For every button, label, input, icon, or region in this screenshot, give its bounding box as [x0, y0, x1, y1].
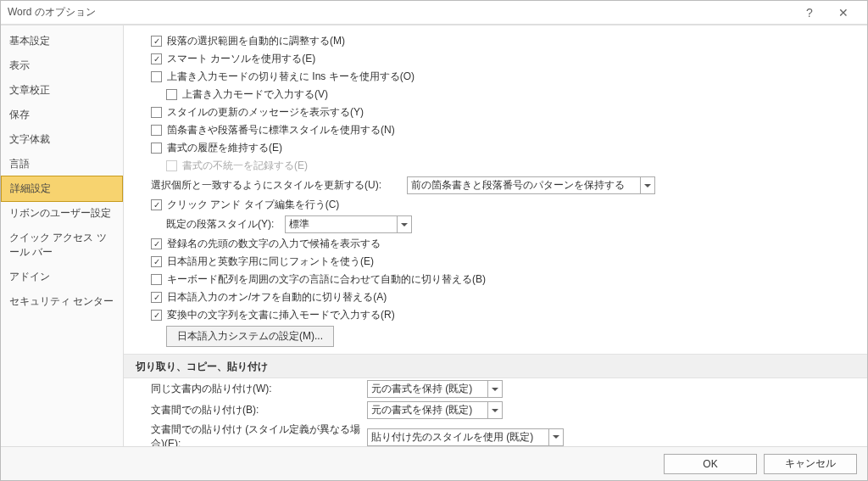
option-label: クリック アンド タイプ編集を行う(C) [167, 198, 339, 212]
checkbox-icon[interactable] [151, 125, 162, 136]
option-label: 日本語入力のオン/オフを自動的に切り替える(A) [167, 290, 387, 305]
checkbox-icon[interactable] [151, 71, 162, 82]
label-update-style: 選択個所と一致するようにスタイルを更新する(U): [151, 178, 381, 193]
option-label: 上書き入力モードの切り替えに Ins キーを使用する(O) [167, 70, 415, 84]
opt-autocomplete-candidates[interactable]: 登録名の先頭の数文字の入力で候補を表示する [136, 235, 855, 253]
help-button[interactable]: ? [793, 1, 826, 25]
chevron-down-icon [397, 216, 410, 232]
checkbox-icon[interactable] [151, 256, 162, 267]
select-value: 標準 [289, 217, 393, 232]
opt-auto-keyboard-switch[interactable]: キーボード配列を周囲の文字の言語に合わせて自動的に切り替える(B) [136, 271, 855, 288]
opt-overtype[interactable]: 上書き入力モードで入力する(V) [136, 86, 855, 103]
checkbox-icon[interactable] [151, 238, 162, 249]
content-wrap: 段落の選択範囲を自動的に調整する(M) スマート カーソルを使用する(E) 上書… [124, 25, 867, 446]
sidebar-item-advanced[interactable]: 詳細設定 [1, 176, 123, 202]
option-label: キーボード配列を周囲の文字の言語に合わせて自動的に切り替える(B) [167, 272, 486, 287]
checkbox-icon[interactable] [166, 89, 177, 100]
row-paste-other-doc-diff: 文書間での貼り付け (スタイル定義が異なる場合)(E): 貼り付け先のスタイルを… [136, 421, 855, 446]
select-value: 元の書式を保持 (既定) [371, 382, 484, 396]
chevron-down-icon [487, 381, 501, 397]
chevron-down-icon [487, 402, 501, 418]
option-label: 変換中の文字列を文書に挿入モードで入力する(R) [167, 308, 395, 322]
opt-insert-converting[interactable]: 変換中の文字列を文書に挿入モードで入力する(R) [136, 306, 855, 324]
sidebar-item-addins[interactable]: アドイン [1, 265, 123, 289]
dialog-footer: OK キャンセル [1, 446, 867, 480]
label-default-para-style: 既定の段落スタイル(Y): [166, 217, 276, 232]
option-label: 日本語用と英数字用に同じフォントを使う(E) [167, 254, 374, 269]
options-dialog: Word のオプション ? ✕ 基本設定 表示 文章校正 保存 文字体裁 言語 … [0, 0, 868, 481]
ok-button[interactable]: OK [664, 454, 757, 474]
option-label: 段落の選択範囲を自動的に調整する(M) [167, 34, 345, 48]
opt-smart-cursor[interactable]: スマート カーソルを使用する(E) [136, 50, 855, 68]
sidebar-item-qat[interactable]: クイック アクセス ツール バー [1, 226, 123, 265]
select-paste-other-doc-diff[interactable]: 貼り付け先のスタイルを使用 (既定) [367, 428, 564, 446]
row-paste-other-doc: 文書間での貼り付け(B): 元の書式を保持 (既定) [136, 400, 855, 421]
select-update-style[interactable]: 前の箇条書きと段落番号のパターンを保持する [407, 176, 655, 194]
checkbox-icon[interactable] [151, 310, 162, 321]
checkbox-icon[interactable] [151, 36, 162, 47]
content-scroll[interactable]: 段落の選択範囲を自動的に調整する(M) スマート カーソルを使用する(E) 上書… [124, 25, 867, 446]
cancel-button[interactable]: キャンセル [764, 454, 857, 474]
select-paste-other-doc[interactable]: 元の書式を保持 (既定) [367, 401, 503, 419]
option-label: 書式の不統一を記録する(E) [182, 159, 308, 173]
select-default-para-style[interactable]: 標準 [285, 215, 412, 233]
dialog-body: 基本設定 表示 文章校正 保存 文字体裁 言語 詳細設定 リボンのユーザー設定 … [1, 25, 867, 446]
sidebar-item-general[interactable]: 基本設定 [1, 29, 123, 53]
row-paste-same-doc: 同じ文書内の貼り付け(W): 元の書式を保持 (既定) [136, 378, 855, 400]
option-label: 登録名の先頭の数文字の入力で候補を表示する [167, 237, 381, 251]
opt-auto-ime-toggle[interactable]: 日本語入力のオン/オフを自動的に切り替える(A) [136, 288, 855, 306]
select-value: 元の書式を保持 (既定) [371, 403, 484, 417]
option-label: 箇条書きや段落番号に標準スタイルを使用する(N) [167, 123, 395, 137]
label-paste-other-doc-diff: 文書間での貼り付け (スタイル定義が異なる場合)(E): [151, 422, 367, 446]
checkbox-icon[interactable] [151, 107, 162, 118]
row-update-style: 選択個所と一致するようにスタイルを更新する(U): 前の箇条書きと段落番号のパタ… [136, 175, 855, 196]
section-cut-copy-paste: 切り取り、コピー、貼り付け [124, 354, 867, 378]
select-paste-same-doc[interactable]: 元の書式を保持 (既定) [367, 380, 503, 398]
close-button[interactable]: ✕ [826, 1, 860, 25]
option-label: スタイルの更新のメッセージを表示する(Y) [167, 105, 364, 120]
sidebar-item-language[interactable]: 言語 [1, 152, 123, 176]
select-value: 前の箇条書きと段落番号のパターンを保持する [411, 178, 637, 193]
checkbox-icon[interactable] [151, 199, 162, 210]
sidebar-item-trust[interactable]: セキュリティ センター [1, 289, 123, 314]
ime-settings-button[interactable]: 日本語入力システムの設定(M)... [166, 326, 334, 347]
sidebar-item-display[interactable]: 表示 [1, 53, 123, 78]
opt-same-font-jp-en[interactable]: 日本語用と英数字用に同じフォントを使う(E) [136, 253, 855, 271]
checkbox-icon[interactable] [151, 143, 162, 154]
row-default-para-style: 既定の段落スタイル(Y): 標準 [136, 214, 855, 235]
chevron-down-icon [548, 429, 562, 445]
option-label: 書式の履歴を維持する(E) [167, 141, 282, 155]
option-label: 上書き入力モードで入力する(V) [182, 87, 328, 102]
option-label: スマート カーソルを使用する(E) [167, 52, 315, 66]
opt-keep-format-history[interactable]: 書式の履歴を維持する(E) [136, 139, 855, 157]
sidebar-item-typography[interactable]: 文字体裁 [1, 127, 123, 152]
opt-auto-adjust-paragraph[interactable]: 段落の選択範囲を自動的に調整する(M) [136, 32, 855, 50]
sidebar-item-proofing[interactable]: 文章校正 [1, 78, 123, 103]
label-paste-other-doc: 文書間での貼り付け(B): [151, 403, 367, 417]
opt-click-and-type[interactable]: クリック アンド タイプ編集を行う(C) [136, 196, 855, 214]
opt-normal-style-lists[interactable]: 箇条書きや段落番号に標準スタイルを使用する(N) [136, 121, 855, 139]
checkbox-icon[interactable] [151, 53, 162, 64]
sidebar-item-ribbon[interactable]: リボンのユーザー設定 [1, 201, 123, 226]
checkbox-icon[interactable] [151, 274, 162, 285]
sidebar: 基本設定 表示 文章校正 保存 文字体裁 言語 詳細設定 リボンのユーザー設定 … [1, 25, 124, 446]
checkbox-icon [166, 160, 177, 171]
sidebar-item-save[interactable]: 保存 [1, 103, 123, 127]
label-paste-same-doc: 同じ文書内の貼り付け(W): [151, 382, 367, 396]
checkbox-icon[interactable] [151, 292, 162, 303]
opt-style-update-prompt[interactable]: スタイルの更新のメッセージを表示する(Y) [136, 103, 855, 121]
window-title: Word のオプション [8, 5, 793, 20]
row-ime-settings: 日本語入力システムの設定(M)... [136, 324, 855, 349]
titlebar: Word のオプション ? ✕ [1, 1, 867, 25]
select-value: 貼り付け先のスタイルを使用 (既定) [371, 430, 545, 445]
opt-record-inconsistency: 書式の不統一を記録する(E) [136, 157, 855, 175]
chevron-down-icon [640, 177, 654, 193]
opt-ins-toggle[interactable]: 上書き入力モードの切り替えに Ins キーを使用する(O) [136, 68, 855, 86]
